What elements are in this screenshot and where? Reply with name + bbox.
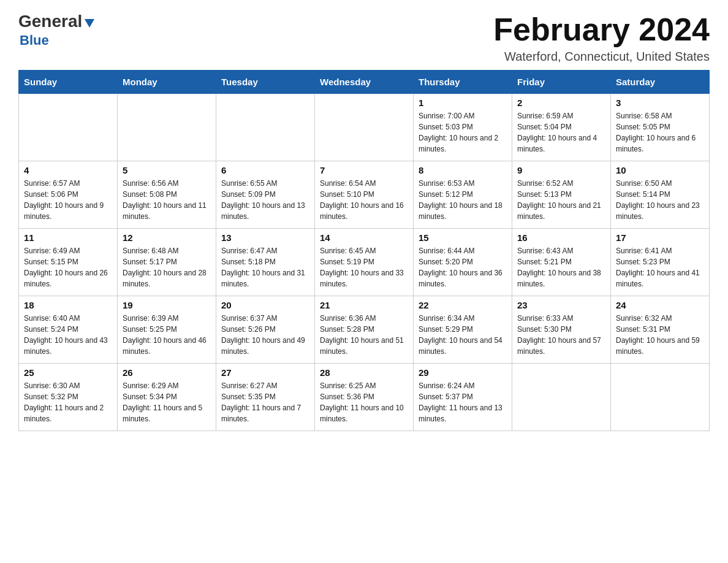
- day-info: Sunrise: 6:59 AMSunset: 5:04 PMDaylight:…: [517, 110, 605, 155]
- day-number: 6: [221, 165, 309, 175]
- calendar-cell: 25Sunrise: 6:30 AMSunset: 5:32 PMDayligh…: [19, 364, 118, 431]
- header-thursday: Thursday: [414, 71, 512, 94]
- day-number: 4: [24, 165, 112, 175]
- day-number: 23: [517, 300, 605, 310]
- day-info: Sunrise: 7:00 AMSunset: 5:03 PMDaylight:…: [419, 110, 507, 155]
- calendar-cell: 7Sunrise: 6:54 AMSunset: 5:10 PMDaylight…: [315, 161, 414, 229]
- calendar-cell: 23Sunrise: 6:33 AMSunset: 5:30 PMDayligh…: [512, 296, 611, 364]
- week-row-1: 4Sunrise: 6:57 AMSunset: 5:06 PMDaylight…: [19, 161, 710, 229]
- calendar-cell: 17Sunrise: 6:41 AMSunset: 5:23 PMDayligh…: [611, 229, 710, 296]
- calendar-cell: 12Sunrise: 6:48 AMSunset: 5:17 PMDayligh…: [118, 229, 216, 296]
- day-number: 17: [616, 232, 704, 243]
- day-info: Sunrise: 6:37 AMSunset: 5:26 PMDaylight:…: [221, 313, 309, 357]
- day-number: 25: [24, 367, 112, 378]
- day-info: Sunrise: 6:49 AMSunset: 5:15 PMDaylight:…: [24, 245, 112, 289]
- day-info: Sunrise: 6:24 AMSunset: 5:37 PMDaylight:…: [419, 380, 507, 424]
- day-info: Sunrise: 6:25 AMSunset: 5:36 PMDaylight:…: [320, 380, 408, 424]
- header-friday: Friday: [512, 71, 611, 94]
- calendar-cell: 16Sunrise: 6:43 AMSunset: 5:21 PMDayligh…: [512, 229, 611, 296]
- week-row-2: 11Sunrise: 6:49 AMSunset: 5:15 PMDayligh…: [19, 229, 710, 296]
- svg-marker-0: [85, 19, 94, 28]
- calendar-cell: 14Sunrise: 6:45 AMSunset: 5:19 PMDayligh…: [315, 229, 414, 296]
- day-info: Sunrise: 6:54 AMSunset: 5:10 PMDaylight:…: [320, 178, 408, 222]
- header-tuesday: Tuesday: [216, 71, 315, 94]
- calendar-header-row: Sunday Monday Tuesday Wednesday Thursday…: [19, 71, 710, 94]
- calendar-cell: 26Sunrise: 6:29 AMSunset: 5:34 PMDayligh…: [118, 364, 216, 431]
- day-number: 28: [320, 367, 408, 378]
- day-number: 27: [221, 367, 309, 378]
- day-info: Sunrise: 6:53 AMSunset: 5:12 PMDaylight:…: [419, 178, 507, 222]
- day-info: Sunrise: 6:36 AMSunset: 5:28 PMDaylight:…: [320, 313, 408, 357]
- day-number: 2: [517, 98, 605, 108]
- day-number: 11: [24, 232, 112, 243]
- day-info: Sunrise: 6:43 AMSunset: 5:21 PMDaylight:…: [517, 245, 605, 289]
- day-info: Sunrise: 6:48 AMSunset: 5:17 PMDaylight:…: [123, 245, 211, 289]
- day-info: Sunrise: 6:58 AMSunset: 5:05 PMDaylight:…: [616, 110, 704, 155]
- day-number: 10: [616, 165, 704, 175]
- day-info: Sunrise: 6:56 AMSunset: 5:08 PMDaylight:…: [123, 178, 211, 222]
- day-number: 7: [320, 165, 408, 175]
- day-info: Sunrise: 6:30 AMSunset: 5:32 PMDaylight:…: [24, 380, 112, 424]
- day-info: Sunrise: 6:57 AMSunset: 5:06 PMDaylight:…: [24, 178, 112, 222]
- day-info: Sunrise: 6:41 AMSunset: 5:23 PMDaylight:…: [616, 245, 704, 289]
- calendar-cell: 15Sunrise: 6:44 AMSunset: 5:20 PMDayligh…: [414, 229, 512, 296]
- header-sunday: Sunday: [19, 71, 118, 94]
- day-number: 24: [616, 300, 704, 310]
- calendar-cell: 10Sunrise: 6:50 AMSunset: 5:14 PMDayligh…: [611, 161, 710, 229]
- day-info: Sunrise: 6:29 AMSunset: 5:34 PMDaylight:…: [123, 380, 211, 424]
- calendar-cell: 13Sunrise: 6:47 AMSunset: 5:18 PMDayligh…: [216, 229, 315, 296]
- day-info: Sunrise: 6:33 AMSunset: 5:30 PMDaylight:…: [517, 313, 605, 357]
- calendar-cell: 21Sunrise: 6:36 AMSunset: 5:28 PMDayligh…: [315, 296, 414, 364]
- header-saturday: Saturday: [611, 71, 710, 94]
- header-wednesday: Wednesday: [315, 71, 414, 94]
- calendar-cell: 3Sunrise: 6:58 AMSunset: 5:05 PMDaylight…: [611, 94, 710, 161]
- day-number: 3: [616, 98, 704, 108]
- day-number: 19: [123, 300, 211, 310]
- day-number: 26: [123, 367, 211, 378]
- logo-general: General: [18, 12, 82, 31]
- logo-arrow-icon: [83, 17, 96, 29]
- day-number: 16: [517, 232, 605, 243]
- day-number: 20: [221, 300, 309, 310]
- day-number: 1: [419, 98, 507, 108]
- day-info: Sunrise: 6:34 AMSunset: 5:29 PMDaylight:…: [419, 313, 507, 357]
- calendar-cell: 2Sunrise: 6:59 AMSunset: 5:04 PMDaylight…: [512, 94, 611, 161]
- calendar-cell: 4Sunrise: 6:57 AMSunset: 5:06 PMDaylight…: [19, 161, 118, 229]
- logo: General Blue: [18, 12, 96, 48]
- day-number: 21: [320, 300, 408, 310]
- day-number: 29: [419, 367, 507, 378]
- calendar-cell: 24Sunrise: 6:32 AMSunset: 5:31 PMDayligh…: [611, 296, 710, 364]
- location: Waterford, Connecticut, United States: [493, 50, 710, 64]
- calendar-cell: 9Sunrise: 6:52 AMSunset: 5:13 PMDaylight…: [512, 161, 611, 229]
- title-area: February 2024 Waterford, Connecticut, Un…: [493, 12, 710, 64]
- day-number: 8: [419, 165, 507, 175]
- calendar-cell: [19, 94, 118, 161]
- calendar-cell: 29Sunrise: 6:24 AMSunset: 5:37 PMDayligh…: [414, 364, 512, 431]
- calendar-cell: 27Sunrise: 6:27 AMSunset: 5:35 PMDayligh…: [216, 364, 315, 431]
- header-monday: Monday: [118, 71, 216, 94]
- day-number: 22: [419, 300, 507, 310]
- calendar-cell: 22Sunrise: 6:34 AMSunset: 5:29 PMDayligh…: [414, 296, 512, 364]
- day-info: Sunrise: 6:52 AMSunset: 5:13 PMDaylight:…: [517, 178, 605, 222]
- day-number: 14: [320, 232, 408, 243]
- day-info: Sunrise: 6:39 AMSunset: 5:25 PMDaylight:…: [123, 313, 211, 357]
- day-info: Sunrise: 6:27 AMSunset: 5:35 PMDaylight:…: [221, 380, 309, 424]
- day-info: Sunrise: 6:55 AMSunset: 5:09 PMDaylight:…: [221, 178, 309, 222]
- day-number: 15: [419, 232, 507, 243]
- calendar-cell: 5Sunrise: 6:56 AMSunset: 5:08 PMDaylight…: [118, 161, 216, 229]
- day-info: Sunrise: 6:40 AMSunset: 5:24 PMDaylight:…: [24, 313, 112, 357]
- day-number: 13: [221, 232, 309, 243]
- day-number: 5: [123, 165, 211, 175]
- calendar-cell: 20Sunrise: 6:37 AMSunset: 5:26 PMDayligh…: [216, 296, 315, 364]
- day-number: 9: [517, 165, 605, 175]
- page-header: General Blue February 2024 Waterford, Co…: [18, 12, 710, 64]
- logo-blue: Blue: [20, 33, 49, 48]
- day-info: Sunrise: 6:44 AMSunset: 5:20 PMDaylight:…: [419, 245, 507, 289]
- month-title: February 2024: [493, 12, 710, 47]
- day-number: 12: [123, 232, 211, 243]
- calendar-cell: [315, 94, 414, 161]
- day-info: Sunrise: 6:32 AMSunset: 5:31 PMDaylight:…: [616, 313, 704, 357]
- calendar-cell: 19Sunrise: 6:39 AMSunset: 5:25 PMDayligh…: [118, 296, 216, 364]
- calendar-cell: [512, 364, 611, 431]
- day-info: Sunrise: 6:45 AMSunset: 5:19 PMDaylight:…: [320, 245, 408, 289]
